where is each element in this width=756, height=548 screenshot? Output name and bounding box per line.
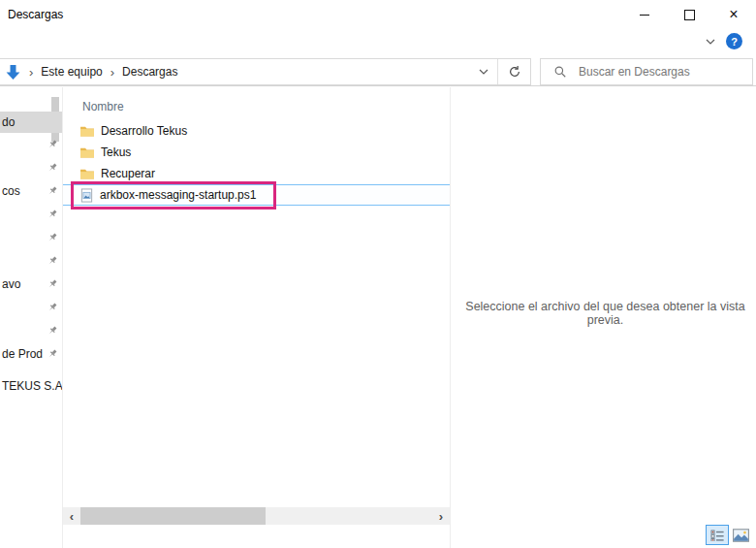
help-button[interactable]: ? — [726, 33, 742, 49]
address-dropdown-button[interactable] — [470, 59, 497, 84]
pin-icon[interactable] — [47, 162, 58, 174]
close-button[interactable]: × — [711, 0, 756, 29]
chevron-down-icon — [706, 39, 715, 45]
ribbon-right-controls: ? — [706, 29, 742, 53]
sidebar-item[interactable] — [0, 156, 62, 179]
breadcrumb-separator-icon: › — [110, 65, 114, 80]
sidebar-item[interactable]: avo — [0, 273, 62, 296]
pin-icon[interactable] — [47, 348, 58, 360]
pin-icon[interactable] — [47, 278, 58, 290]
minimize-icon — [640, 15, 649, 16]
breadcrumb: › Este equipo › Descargas — [21, 65, 177, 80]
address-row: › Este equipo › Descargas — [0, 54, 756, 85]
ribbon-tabs — [19, 29, 50, 53]
sidebar-item[interactable] — [0, 226, 62, 249]
preview-pane: Seleccione el archivo del que desea obte… — [451, 87, 756, 548]
pin-icon[interactable] — [47, 232, 58, 243]
thumbnails-view-icon — [733, 529, 749, 542]
sidebar-item[interactable] — [0, 319, 62, 342]
titlebar: Descargas × — [0, 0, 756, 29]
sidebar-item-label: de Prod — [2, 347, 43, 361]
scroll-right-arrow[interactable]: › — [432, 507, 450, 525]
pin-icon[interactable] — [47, 209, 58, 220]
file-name: Recuperar — [101, 167, 155, 180]
maximize-icon — [684, 10, 695, 20]
folder-icon — [79, 125, 95, 138]
file-row[interactable]: Desarrollo Tekus — [63, 120, 450, 142]
details-view-button[interactable] — [706, 525, 729, 545]
window-title: Descargas — [8, 8, 63, 21]
sidebar-item[interactable] — [0, 133, 62, 156]
explorer-window: Descargas × ? › Est — [0, 0, 756, 548]
horizontal-scrollbar[interactable]: ‹ › — [63, 507, 450, 525]
column-header-name[interactable]: Nombre — [82, 100, 124, 113]
ps1-file-icon — [79, 188, 94, 203]
folder-icon — [79, 168, 95, 180]
downloads-folder-icon — [5, 64, 21, 81]
file-name: arkbox-messaging-startup.ps1 — [100, 188, 256, 202]
file-row[interactable]: Tekus — [63, 142, 450, 163]
breadcrumb-separator-icon: › — [29, 65, 33, 80]
file-list: Desarrollo Tekus Tekus — [63, 120, 450, 206]
sidebar-item-label: TEKUS S.A.S — [2, 379, 62, 393]
navigation-pane: do — [0, 87, 62, 548]
sidebar-item[interactable]: TEKUS S.A.S — [0, 374, 62, 398]
scroll-left-arrow[interactable]: ‹ — [63, 507, 80, 525]
pin-icon[interactable] — [47, 325, 58, 337]
preview-message: Seleccione el archivo del que desea obte… — [456, 300, 755, 327]
close-icon: × — [729, 7, 738, 22]
sidebar-item-label: avo — [2, 277, 20, 291]
pin-icon[interactable] — [47, 255, 58, 267]
file-name: Desarrollo Tekus — [101, 124, 187, 138]
search-box[interactable] — [540, 58, 753, 85]
ribbon-collapse-button[interactable] — [706, 39, 715, 45]
minimize-button[interactable] — [622, 0, 667, 29]
refresh-button[interactable] — [498, 59, 530, 84]
sidebar-item[interactable] — [0, 203, 62, 226]
file-list-pane: Nombre Desarrollo Tekus — [62, 87, 451, 548]
pin-icon[interactable] — [47, 302, 58, 313]
ribbon-bar: ? — [0, 29, 756, 55]
maximize-button[interactable] — [667, 0, 711, 29]
breadcrumb-item[interactable]: Este equipo — [41, 65, 102, 79]
file-name: Tekus — [101, 145, 131, 159]
address-bar[interactable]: › Este equipo › Descargas — [0, 58, 531, 85]
search-input[interactable] — [567, 65, 752, 79]
search-icon — [553, 65, 567, 79]
thumbnails-view-button[interactable] — [732, 528, 749, 542]
pin-icon[interactable] — [47, 139, 58, 150]
sidebar-item[interactable]: cos — [0, 179, 62, 203]
scrollbar-thumb[interactable] — [80, 507, 266, 525]
chevron-down-icon — [479, 69, 488, 75]
refresh-icon — [508, 65, 521, 79]
window-controls: × — [622, 0, 756, 29]
sidebar-item[interactable]: de Prod — [0, 342, 62, 366]
sidebar-item-label: cos — [2, 184, 20, 198]
file-row[interactable]: arkbox-messaging-startup.ps1 — [63, 184, 450, 206]
help-icon: ? — [731, 36, 738, 48]
breadcrumb-item[interactable]: Descargas — [122, 65, 177, 79]
sidebar-item[interactable] — [0, 296, 62, 319]
file-row[interactable]: Recuperar — [63, 163, 450, 184]
pin-icon[interactable] — [47, 185, 58, 197]
sidebar-item[interactable] — [0, 249, 62, 273]
content-area: do — [0, 85, 756, 548]
details-view-icon — [710, 530, 725, 541]
view-toggle-buttons — [706, 525, 749, 545]
sidebar-item[interactable]: do — [0, 112, 62, 133]
folder-icon — [79, 146, 95, 159]
sidebar-item-label: do — [2, 115, 15, 129]
